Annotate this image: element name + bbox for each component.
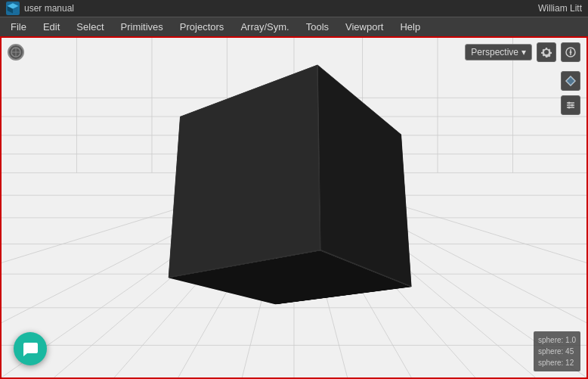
viewport-left-controls [8, 44, 24, 61]
viewport-indicator [8, 44, 24, 61]
titlebar: user manual William Litt [0, 0, 588, 17]
user-name: William Litt [538, 3, 582, 14]
coord-line-3: sphere: 12 [538, 357, 576, 368]
svg-point-44 [570, 51, 572, 54]
dropdown-arrow-icon: ▾ [521, 47, 526, 57]
viewport-right-controls: Perspective ▾ [465, 42, 580, 62]
menu-edit[interactable]: Edit [36, 19, 67, 35]
menu-primitives[interactable]: Primitives [113, 19, 171, 35]
right-secondary-controls [561, 71, 580, 115]
svg-point-50 [568, 102, 571, 104]
coord-line-2: sphere: 45 [538, 346, 576, 357]
adjust-button[interactable] [561, 95, 580, 115]
svg-marker-46 [566, 76, 575, 85]
diamond-button[interactable] [561, 71, 580, 91]
menu-help[interactable]: Help [392, 19, 428, 35]
menu-tools[interactable]: Tools [299, 19, 336, 35]
svg-point-51 [571, 104, 574, 107]
chat-button[interactable] [14, 332, 47, 365]
3d-cube [211, 117, 377, 284]
menu-file[interactable]: File [3, 19, 34, 35]
settings-button[interactable] [561, 42, 580, 62]
coordinates-overlay: sphere: 1.0 sphere: 45 sphere: 12 [534, 331, 580, 371]
coord-line-1: sphere: 1.0 [538, 334, 576, 346]
app-title: user manual [24, 3, 74, 14]
titlebar-left: user manual [6, 2, 74, 15]
app-logo [6, 2, 20, 15]
menu-viewport[interactable]: Viewport [338, 19, 391, 35]
menu-array-sym[interactable]: Array/Sym. [233, 19, 296, 35]
gear-button[interactable] [537, 42, 556, 62]
perspective-label: Perspective [471, 47, 518, 57]
svg-point-52 [568, 107, 571, 109]
menu-select[interactable]: Select [69, 19, 111, 35]
perspective-dropdown[interactable]: Perspective ▾ [465, 44, 532, 61]
menubar: File Edit Select Primitives Projectors A… [0, 17, 588, 36]
viewport: Perspective ▾ [0, 36, 588, 379]
menu-projectors[interactable]: Projectors [172, 19, 232, 35]
